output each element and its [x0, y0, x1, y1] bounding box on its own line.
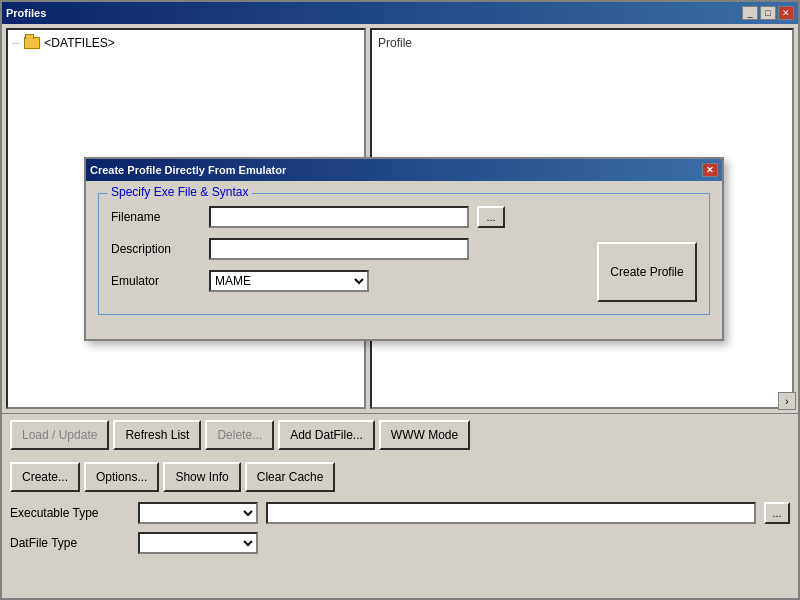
group-box-legend: Specify Exe File & Syntax [107, 185, 252, 199]
filename-browse-button[interactable]: ... [477, 206, 505, 228]
dialog-content-row: Filename ... Description E [111, 206, 697, 302]
group-box: Specify Exe File & Syntax Filename ... [98, 193, 710, 315]
emulator-select[interactable]: MAME MESS Other [209, 270, 369, 292]
emulator-label: Emulator [111, 274, 201, 288]
create-profile-dialog: Create Profile Directly From Emulator ✕ … [84, 157, 724, 341]
fields-column: Filename ... Description E [111, 206, 589, 302]
filename-input[interactable] [209, 206, 469, 228]
dialog-title-bar: Create Profile Directly From Emulator ✕ [86, 159, 722, 181]
dialog-title: Create Profile Directly From Emulator [90, 164, 286, 176]
filename-label: Filename [111, 210, 201, 224]
description-label: Description [111, 242, 201, 256]
emulator-row: Emulator MAME MESS Other [111, 270, 589, 292]
dialog-overlay: Create Profile Directly From Emulator ✕ … [2, 2, 798, 598]
dialog-body: Specify Exe File & Syntax Filename ... [86, 181, 722, 339]
description-row: Description [111, 238, 589, 260]
dialog-close-button[interactable]: ✕ [702, 163, 718, 177]
create-profile-button[interactable]: Create Profile [597, 242, 697, 302]
description-input[interactable] [209, 238, 469, 260]
main-window: Profiles _ □ ✕ ··· <DATFILES> Profile › … [0, 0, 800, 600]
filename-row: Filename ... [111, 206, 589, 228]
